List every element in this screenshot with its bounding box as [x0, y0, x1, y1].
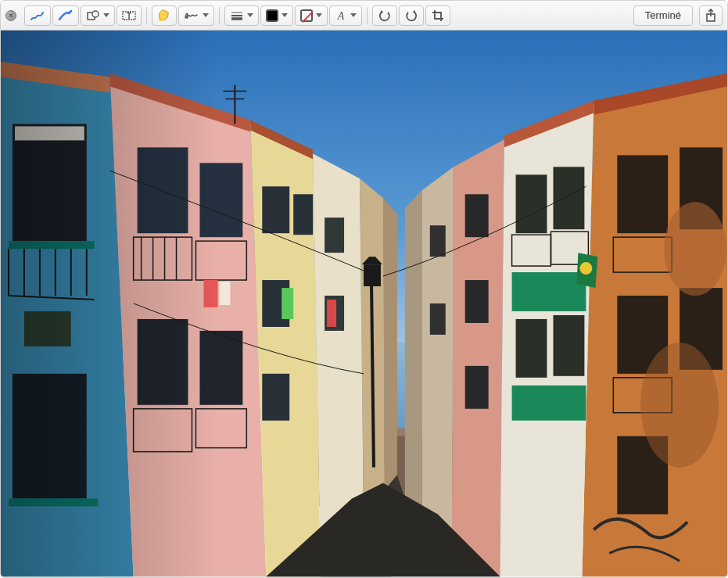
crop-button[interactable]	[425, 5, 450, 26]
svg-rect-71	[553, 167, 584, 229]
shapes-icon	[86, 9, 100, 22]
share-icon	[705, 9, 717, 23]
share-button[interactable]	[699, 5, 723, 26]
highlight-tool-button[interactable]	[152, 5, 177, 26]
svg-rect-72	[512, 272, 586, 311]
svg-rect-46	[262, 186, 289, 233]
sign-tool-button[interactable]	[178, 5, 214, 26]
svg-rect-85	[430, 225, 446, 257]
street-photo	[1, 31, 727, 577]
svg-rect-59	[617, 155, 668, 233]
rotate-left-icon	[378, 9, 392, 22]
close-button[interactable]: ✕	[5, 10, 16, 21]
image-canvas[interactable]	[1, 31, 727, 577]
close-icon: ✕	[8, 12, 14, 20]
svg-text:A: A	[337, 10, 345, 22]
text-icon: T	[122, 9, 136, 22]
done-label: Terminé	[645, 9, 681, 21]
svg-marker-56	[383, 198, 397, 490]
svg-rect-91	[364, 264, 381, 286]
fill-color-icon	[300, 9, 313, 22]
rotate-right-button[interactable]	[399, 5, 424, 26]
chevron-down-icon	[282, 13, 288, 17]
line-style-button[interactable]	[224, 5, 259, 26]
svg-rect-75	[512, 386, 586, 421]
svg-rect-47	[293, 194, 313, 235]
svg-rect-86	[430, 303, 446, 335]
svg-text:T: T	[127, 12, 131, 20]
fill-color-button[interactable]	[295, 5, 328, 26]
rotate-left-button[interactable]	[372, 5, 397, 26]
text-tool-button[interactable]: T	[117, 5, 142, 26]
svg-rect-54	[327, 300, 336, 327]
sketch-icon	[30, 9, 45, 22]
svg-rect-74	[553, 315, 584, 376]
sketch-tool-button[interactable]	[24, 5, 51, 26]
toolbar-separator	[219, 7, 220, 24]
svg-rect-50	[282, 288, 293, 319]
border-color-icon	[266, 9, 278, 22]
toolbar-separator	[146, 7, 147, 24]
text-style-icon: A	[335, 9, 347, 22]
svg-rect-52	[325, 217, 344, 253]
svg-rect-83	[465, 366, 489, 409]
svg-point-66	[664, 202, 726, 296]
text-style-button[interactable]: A	[329, 5, 362, 26]
toolbar-separator	[367, 7, 368, 24]
signature-icon	[184, 9, 199, 22]
chevron-down-icon	[103, 13, 109, 17]
svg-rect-43	[219, 282, 230, 305]
svg-rect-70	[516, 174, 547, 233]
svg-rect-96	[1, 31, 219, 576]
svg-rect-81	[465, 194, 489, 237]
chevron-down-icon	[350, 13, 357, 17]
chevron-down-icon	[247, 13, 253, 17]
markup-toolbar: ✕ T	[1, 1, 727, 31]
svg-rect-82	[465, 280, 489, 323]
svg-point-79	[579, 262, 592, 275]
svg-marker-87	[405, 190, 422, 530]
svg-point-67	[640, 343, 719, 468]
svg-rect-73	[516, 319, 547, 378]
draw-icon	[58, 9, 74, 22]
rotate-right-icon	[404, 9, 418, 22]
border-color-button[interactable]	[260, 5, 293, 26]
crop-icon	[431, 9, 445, 22]
done-button[interactable]: Terminé	[633, 5, 693, 26]
draw-tool-button[interactable]	[52, 5, 79, 26]
svg-rect-49	[262, 374, 289, 421]
line-style-icon	[230, 9, 244, 22]
shapes-tool-button[interactable]	[81, 5, 115, 26]
svg-point-1	[92, 11, 99, 17]
chevron-down-icon	[316, 13, 322, 17]
highlight-icon	[157, 9, 171, 22]
chevron-down-icon	[203, 13, 209, 17]
